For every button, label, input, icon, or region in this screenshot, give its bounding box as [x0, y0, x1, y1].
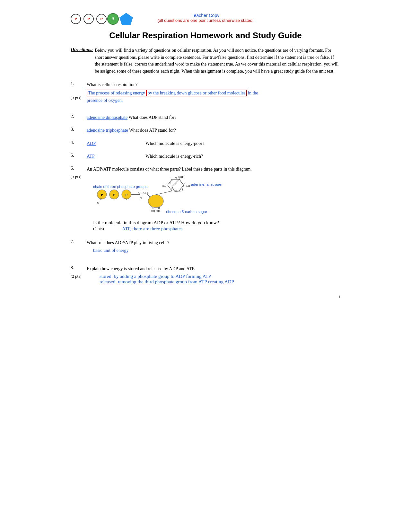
q2-content: adenosine diphosphate What does ADP stan… — [87, 114, 340, 121]
atp-diagram-container: P O⁻ | O - P O⁻ - P O⁻ O—CH₂ O — [93, 174, 340, 217]
svg-marker-21 — [172, 179, 183, 191]
q8-answers: stored: by adding a phosphate group to A… — [100, 274, 340, 285]
question-3-row: 3. adenosine triphosphate What does ATP … — [71, 127, 340, 134]
svg-text:chain of three phosphate group: chain of three phosphate groups — [93, 184, 147, 189]
q8-pts: (2 pts) — [71, 274, 93, 285]
question-8-row: 8. Explain how energy is stored and rele… — [71, 265, 340, 272]
q6-number: 6. — [71, 166, 87, 173]
logo-p2: P — [83, 14, 94, 24]
q8-number: 8. — [71, 265, 87, 272]
question-5-row: 5. ATP Which molecule is energy-rich? — [71, 153, 340, 160]
logo-p1: P — [71, 14, 81, 24]
teacher-copy-label: Teacher Copy — [192, 13, 219, 18]
q8-text: Explain how energy is stored and release… — [87, 265, 340, 272]
q6-pts-row: (3 pts) P O⁻ | O - P O⁻ - P — [71, 174, 340, 232]
q5-content: ATP Which molecule is energy-rich? — [87, 153, 340, 160]
directions-text: Below you will find a variety of questio… — [95, 47, 340, 75]
atp-diagram-svg: P O⁻ | O - P O⁻ - P O⁻ O—CH₂ O — [93, 174, 222, 216]
q2-answer: adenosine diphosphate — [87, 115, 127, 120]
svg-text:adenine, a nitrogenous base: adenine, a nitrogenous base — [191, 182, 222, 187]
question-2-row: 2. adenosine diphosphate What does ADP s… — [71, 114, 340, 121]
svg-text:N: N — [169, 182, 171, 185]
q1-content: What is cellular respiration? The proces… — [87, 81, 340, 104]
svg-text:NH₂: NH₂ — [178, 175, 183, 178]
q6-sub-pts: (2 pts) — [93, 226, 116, 232]
svg-point-16 — [148, 195, 163, 208]
svg-text:O⁻: O⁻ — [100, 198, 103, 201]
q3-content: adenosine triphosphate What does ATP sta… — [87, 127, 340, 134]
svg-text:P: P — [125, 193, 127, 197]
svg-text:OH OH: OH OH — [151, 209, 160, 213]
svg-text:N: N — [184, 182, 186, 185]
q1-number: 1. — [71, 81, 87, 86]
q5-text: Which molecule is energy-rich? — [145, 154, 203, 159]
page-number: 1 — [71, 294, 340, 299]
q5-number: 5. — [71, 153, 87, 158]
question-1-row: 1. What is cellular respiration? The pro… — [71, 81, 340, 104]
q6-sub-answer-row: (2 pts) ATP, there are three phosphates — [93, 226, 340, 232]
q1-pts: (3 pts) — [71, 95, 340, 101]
question-7-row: 7. What role does ADP/ATP play in living… — [71, 239, 340, 254]
svg-line-34 — [156, 191, 172, 195]
svg-line-35 — [147, 194, 150, 197]
directions-label: Directions: — [71, 47, 93, 75]
q1-text: What is cellular respiration? — [87, 81, 340, 88]
q4-number: 4. — [71, 140, 87, 145]
logo-area: P - P - P A — [71, 13, 133, 25]
q3-number: 3. — [71, 127, 87, 132]
logo-p3: P — [96, 14, 107, 24]
svg-text:P: P — [113, 193, 115, 197]
svg-text:C: C — [175, 189, 177, 191]
q4-answer: ADP — [87, 140, 144, 147]
q3-answer: adenosine triphosphate — [87, 128, 128, 133]
svg-text:O⁻: O⁻ — [125, 198, 128, 201]
q7-number: 7. — [71, 239, 87, 254]
svg-text:P: P — [101, 193, 103, 197]
q6-pts: (3 pts) — [71, 174, 93, 232]
q6-text: An ADP/ATP molecule consists of what thr… — [87, 167, 252, 172]
q6-sub-answer: ATP, there are three phosphates — [122, 226, 183, 232]
svg-text:-: - — [120, 192, 121, 196]
q2-number: 2. — [71, 114, 87, 119]
question-6-row: 6. An ADP/ATP molecule consists of what … — [71, 166, 340, 173]
page-header: P - P - P A Teacher Copy (all questions … — [71, 13, 340, 24]
q3-text: What does ATP stand for? — [128, 128, 176, 133]
svg-text:O⁻: O⁻ — [113, 198, 116, 201]
svg-text:N: N — [171, 187, 173, 190]
logo-pentagon — [119, 13, 133, 25]
svg-text:N: N — [175, 177, 177, 180]
page-title: Cellular Respiration Homework and Study … — [71, 31, 340, 40]
svg-text:C: C — [175, 183, 177, 186]
svg-text:O: O — [140, 197, 142, 200]
q7-text: What role does ADP/ATP play in living ce… — [87, 239, 340, 246]
question-4-row: 4. ADP Which molecule is energy-poor? — [71, 140, 340, 147]
svg-text:CH: CH — [186, 184, 190, 187]
svg-text:O: O — [97, 201, 99, 204]
q4-text: Which molecule is energy-poor? — [145, 141, 204, 146]
svg-text:N: N — [179, 188, 181, 191]
q7-content: What role does ADP/ATP play in living ce… — [87, 239, 340, 254]
q6-sub-question: Is the molecule in this diagram ADP or A… — [93, 220, 340, 226]
q8-answer-line1: stored: by adding a phosphate group to A… — [100, 274, 340, 279]
q8-content: Explain how energy is stored and release… — [87, 265, 340, 272]
logo-a: A — [107, 13, 119, 25]
q4-content: ADP Which molecule is energy-poor? — [87, 140, 340, 147]
q7-answer: basic unit of energy — [93, 247, 340, 254]
points-note: (all questions are one point unless othe… — [157, 18, 253, 23]
svg-text:C: C — [171, 178, 173, 181]
svg-text:ribose, a 5-carbon sugar: ribose, a 5-carbon sugar — [166, 209, 207, 214]
q6-sub-text: Is the molecule in this diagram ADP or A… — [93, 220, 219, 225]
q5-answer: ATP — [87, 153, 144, 160]
svg-text:HC: HC — [162, 184, 166, 187]
q6-content: An ADP/ATP molecule consists of what thr… — [87, 166, 340, 173]
q6-diagram-area: P O⁻ | O - P O⁻ - P O⁻ O—CH₂ O — [93, 174, 340, 232]
q8-answer-line2: released: removing the third phosphate g… — [100, 279, 340, 285]
svg-text:O—CH₂: O—CH₂ — [138, 191, 149, 194]
directions-block: Directions: Below you will find a variet… — [71, 47, 340, 75]
q2-text: What does ADP stand for? — [127, 115, 176, 120]
q8-answer-row: (2 pts) stored: by adding a phosphate gr… — [71, 274, 340, 285]
svg-text:-: - — [108, 192, 109, 196]
